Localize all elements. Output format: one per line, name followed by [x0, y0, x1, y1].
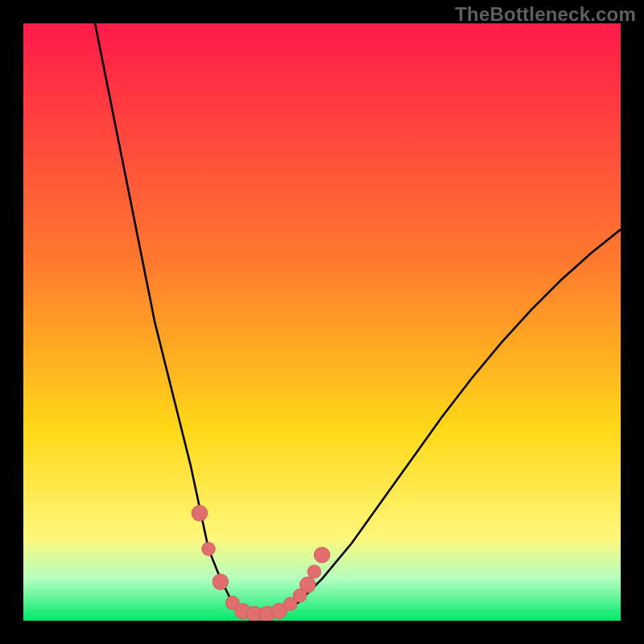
attribution-label: TheBottleneck.com	[455, 3, 636, 26]
bottleneck-chart	[23, 23, 621, 621]
outer-frame: TheBottleneck.com	[0, 0, 644, 644]
curve-marker	[213, 574, 228, 589]
curve-marker	[192, 506, 207, 521]
curve-marker	[202, 543, 215, 555]
curve-marker	[308, 565, 320, 578]
curve-marker	[314, 547, 329, 563]
curve-marker	[300, 577, 316, 592]
